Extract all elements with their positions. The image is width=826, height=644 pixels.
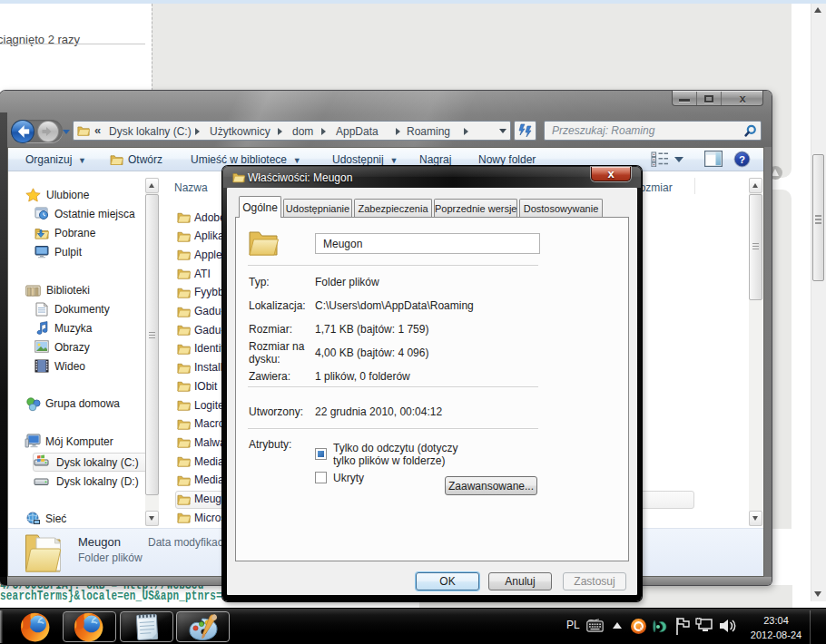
svg-text:?: ? — [739, 154, 745, 165]
